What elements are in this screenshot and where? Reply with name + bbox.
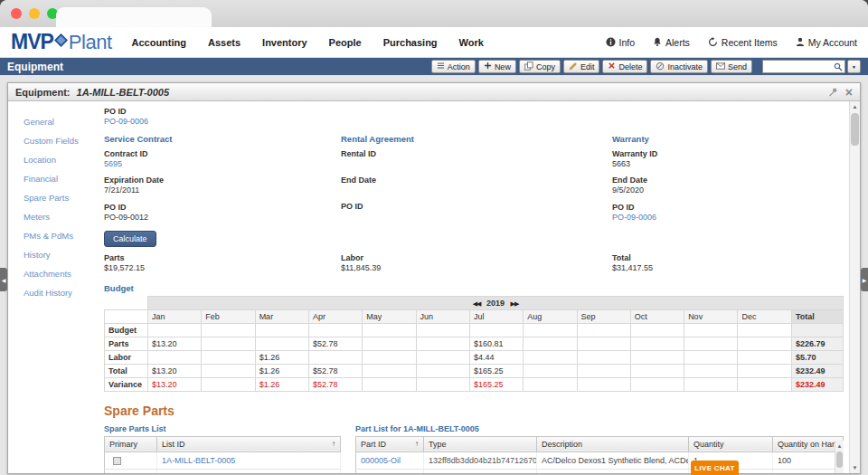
parts-total-label: Parts — [104, 253, 341, 263]
recent-items-menu[interactable]: Recent Items — [708, 37, 778, 48]
window-controls — [11, 8, 58, 19]
sort-asc-icon[interactable]: ↑ — [415, 440, 419, 448]
month-header: Dec — [738, 309, 791, 323]
year-prev-icon[interactable]: ◀◀ — [473, 300, 481, 307]
nav-item-inventory[interactable]: Inventory — [262, 37, 307, 48]
calculate-button[interactable]: Calculate — [104, 231, 156, 247]
part-id-link[interactable]: 000005-Oil — [361, 456, 401, 465]
pin-icon[interactable] — [828, 84, 838, 100]
list-id-link[interactable]: 1A-MILL-BELT-0005 — [162, 456, 235, 465]
info-icon — [606, 37, 616, 47]
inactivate-label: Inactivate — [667, 62, 703, 71]
collapse-right-handle[interactable]: ▶ — [861, 268, 868, 291]
browser-tab[interactable] — [56, 7, 212, 27]
action-label: Action — [448, 62, 470, 71]
warranty-end-date-label: End Date — [612, 176, 844, 185]
sidebar-item-attachments[interactable]: Attachments — [8, 264, 99, 283]
primary-checkbox[interactable] — [113, 457, 121, 465]
list-id-column-header[interactable]: List ID↑ — [157, 436, 341, 451]
record-sidebar: General Custom Fields Location Financial… — [8, 101, 99, 473]
sidebar-item-financial[interactable]: Financial — [8, 169, 99, 188]
scroll-up-icon[interactable]: ▲ — [850, 101, 860, 112]
quantity-column-header[interactable]: Quantity — [689, 436, 773, 451]
grand-total-value: $31,417.55 — [612, 263, 844, 273]
service-contract-column: Service Contract Contract ID 5695 Expira… — [104, 134, 341, 230]
sidebar-item-meters[interactable]: Meters — [8, 207, 99, 226]
part-list-scrollbar[interactable]: ▲ — [835, 441, 844, 474]
warranty-po-id-link[interactable]: PO-09-0006 — [612, 213, 656, 222]
budget-table: ◀◀ 2019 ▶▶ Jan Feb Mar Apr May — [104, 296, 844, 392]
bell-icon — [653, 37, 662, 47]
po-id-top-link[interactable]: PO-09-0006 — [104, 117, 148, 126]
nav-item-work[interactable]: Work — [459, 37, 484, 48]
sidebar-item-general[interactable]: General — [8, 112, 99, 131]
nav-item-accounting[interactable]: Accounting — [132, 37, 187, 48]
search-icon[interactable] — [834, 59, 843, 75]
send-envelope-icon — [716, 62, 725, 71]
collapse-left-handle[interactable]: ◀ — [0, 268, 7, 291]
year-next-icon[interactable]: ▶▶ — [511, 300, 519, 307]
new-button[interactable]: New — [478, 60, 516, 73]
edit-label: Edit — [580, 62, 595, 71]
part-id-column-header[interactable]: Part ID↑ — [356, 436, 424, 451]
contract-id-link[interactable]: 5695 — [104, 159, 122, 168]
nav-item-people[interactable]: People — [329, 37, 362, 48]
search-input[interactable] — [765, 62, 834, 71]
browser-chrome — [0, 0, 868, 27]
month-header: Feb — [202, 309, 255, 323]
part-list-table: Part ID↑ Type Description Quantity Quant… — [355, 436, 844, 474]
spare-parts-list-row: Filing-001 — [105, 469, 341, 473]
mvpplant-logo[interactable]: MVP Plant — [11, 30, 112, 54]
cost-totals-row: Parts $19,572.15 Labor $11,845.39 Total … — [104, 253, 844, 280]
close-window-button[interactable] — [11, 8, 22, 19]
service-contract-header: Service Contract — [104, 134, 341, 144]
part-id-link[interactable]: 000005-Roller — [361, 473, 412, 474]
main-scroll-thumb[interactable] — [851, 113, 859, 146]
search-box — [762, 60, 845, 73]
send-button[interactable]: Send — [711, 60, 752, 73]
month-header: Jan — [148, 309, 202, 323]
budget-section-header: Budget — [104, 283, 844, 293]
my-account-menu[interactable]: My Account — [796, 37, 857, 48]
sidebar-item-pms-pdms[interactable]: PMs & PdMs — [8, 226, 99, 245]
main-scrollbar[interactable]: ▲ ▼ — [849, 101, 860, 473]
inactivate-button[interactable]: Inactivate — [650, 60, 708, 73]
logo-diamond-icon — [54, 33, 68, 51]
scroll-down-icon[interactable]: ▼ — [850, 462, 860, 473]
description-column-header[interactable]: Description — [537, 436, 689, 451]
workspace: Equipment: 1A-MILL-BELT-0005 × General C… — [0, 75, 868, 475]
copy-button[interactable]: Copy — [519, 60, 561, 73]
sidebar-item-spare-parts[interactable]: Spare Parts — [8, 188, 99, 207]
warranty-id-label: Warranty ID — [612, 149, 844, 159]
sidebar-item-location[interactable]: Location — [8, 150, 99, 169]
nav-item-purchasing[interactable]: Purchasing — [383, 37, 438, 48]
alerts-label: Alerts — [665, 37, 690, 48]
part-list-scroll-thumb[interactable] — [836, 451, 843, 468]
scroll-up-icon[interactable]: ▲ — [835, 441, 844, 451]
live-chat-button[interactable]: LIVE CHAT — [691, 461, 739, 475]
rental-id-value — [341, 159, 612, 169]
sidebar-item-history[interactable]: History — [8, 245, 99, 264]
close-panel-icon[interactable]: × — [845, 88, 853, 97]
action-button[interactable]: Action — [431, 60, 476, 73]
edit-button[interactable]: Edit — [563, 60, 600, 73]
type-column-header[interactable]: Type — [424, 436, 537, 451]
delete-button[interactable]: Delete — [602, 60, 647, 73]
qoh-column-header[interactable]: Quantity on Hand — [773, 436, 844, 451]
sidebar-item-audit-history[interactable]: Audit History — [8, 283, 99, 302]
alerts-menu[interactable]: Alerts — [653, 37, 690, 48]
logo-text-mvp: MVP — [11, 30, 53, 54]
expiration-date-value: 7/21/2011 — [104, 185, 341, 195]
search-options-dropdown[interactable]: ▼ — [847, 60, 861, 73]
sort-asc-icon[interactable]: ↑ — [332, 440, 335, 448]
month-header: Jul — [469, 309, 523, 323]
sidebar-item-custom-fields[interactable]: Custom Fields — [8, 131, 99, 150]
record-title-label: Equipment: — [15, 87, 71, 98]
nav-item-assets[interactable]: Assets — [208, 37, 241, 48]
info-menu[interactable]: Info — [606, 37, 636, 48]
labor-total-label: Labor — [341, 253, 612, 263]
parts-total-value: $19,572.15 — [104, 263, 341, 273]
dropdown-caret-icon: ▼ — [852, 64, 856, 70]
minimize-window-button[interactable] — [29, 8, 40, 19]
send-label: Send — [728, 62, 747, 71]
